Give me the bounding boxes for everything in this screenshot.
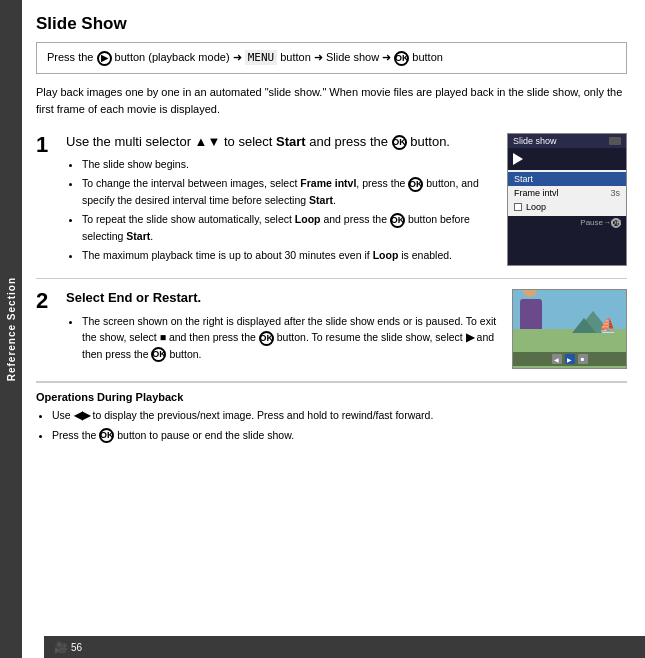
step-2-text: Select End or Restart. The screen shown … — [66, 289, 502, 369]
person-figure — [518, 289, 553, 333]
instr-suffix: button — [412, 51, 443, 63]
step-2-content: Select End or Restart. The screen shown … — [66, 289, 627, 369]
stop-btn-icon: ■ — [578, 354, 588, 364]
person-body — [520, 299, 542, 329]
step-2-bullet-1: The screen shown on the right is display… — [82, 313, 502, 363]
preview-loop-label: Loop — [526, 202, 546, 212]
preview-play-area — [508, 148, 626, 170]
step-1-bullet-1: The slide show begins. — [82, 156, 497, 172]
page-wrapper: Reference Section Slide Show Press the ▶… — [0, 0, 645, 658]
preview-footer: Pause→ OK — [508, 216, 626, 230]
prev-btn-icon: ◀ — [552, 354, 562, 364]
bottom-bar: 🎥 56 — [44, 636, 645, 658]
step-2-inner: Select End or Restart. The screen shown … — [66, 289, 627, 369]
step-1-bullets: The slide show begins. To change the int… — [66, 156, 497, 264]
step-2: 2 Select End or Restart. The screen show… — [36, 289, 627, 369]
ok-circle-icon: OK — [392, 135, 407, 150]
step-divider — [36, 278, 627, 279]
loop-checkbox — [514, 203, 522, 211]
photo-preview: ⛵ ◀ ▶ ■ — [512, 289, 627, 369]
instr-prefix: Press the — [47, 51, 93, 63]
ok-small-3: OK — [259, 331, 274, 346]
ok-small-1: OK — [408, 177, 423, 192]
preview-frame-value: 3s — [610, 188, 620, 198]
page-number: 🎥 56 — [54, 641, 82, 654]
instr-after-menu: button ➜ Slide show ➜ — [280, 51, 394, 63]
camera-icon: 🎥 — [54, 641, 68, 654]
side-tab: Reference Section — [0, 0, 22, 658]
preview-title: Slide show — [513, 136, 557, 146]
ok-small-2: OK — [390, 213, 405, 228]
main-content: Slide Show Press the ▶ button (playback … — [22, 0, 645, 658]
ok-button-icon: OK — [394, 51, 409, 66]
step-2-number: 2 — [36, 289, 58, 369]
menu-button-label: MENU — [245, 50, 278, 65]
ops-bullets: Use ◀▶ to display the previous/next imag… — [36, 407, 627, 443]
preview-loop-row: Loop — [508, 200, 626, 214]
preview-menu: Start Frame intvl 3s Loop — [508, 170, 626, 216]
step-1-content: Use the multi selector ▲▼ to select Star… — [66, 133, 627, 267]
preview-header: Slide show — [508, 134, 626, 148]
instruction-box: Press the ▶ button (playback mode) ➜ MEN… — [36, 42, 627, 74]
page-title: Slide Show — [36, 14, 627, 34]
step-2-bullets: The screen shown on the right is display… — [66, 313, 502, 363]
person-head — [523, 289, 537, 297]
photo-controls: ◀ ▶ ■ — [513, 352, 626, 366]
step-1-header: Use the multi selector ▲▼ to select Star… — [66, 133, 497, 151]
instr-middle: button (playback mode) ➜ — [115, 51, 245, 63]
side-tab-label: Reference Section — [6, 277, 17, 381]
preview-header-icon — [609, 137, 621, 145]
step-2-header: Select End or Restart. — [66, 289, 502, 307]
play-btn-icon: ▶ — [565, 354, 575, 364]
play-triangle-icon — [513, 153, 523, 165]
ops-bullet-1: Use ◀▶ to display the previous/next imag… — [52, 407, 627, 423]
ok-small-5: OK — [99, 428, 114, 443]
ops-title: Operations During Playback — [36, 391, 627, 403]
slide-show-preview: Slide show Start Frame intvl — [507, 133, 627, 267]
ok-small-4: OK — [151, 347, 166, 362]
step-1-bullet-3: To repeat the slide show automatically, … — [82, 211, 497, 244]
play-button-icon: ▶ — [97, 51, 112, 66]
page-num-text: 56 — [71, 642, 82, 653]
preview-start-item: Start — [508, 172, 626, 186]
step-1: 1 Use the multi selector ▲▼ to select St… — [36, 133, 627, 267]
operations-section: Operations During Playback Use ◀▶ to dis… — [36, 381, 627, 443]
step-1-inner: Use the multi selector ▲▼ to select Star… — [66, 133, 627, 267]
mountain2-icon — [572, 318, 596, 333]
intro-text: Play back images one by one in an automa… — [36, 84, 627, 119]
step-1-bullet-4: The maximum playback time is up to about… — [82, 247, 497, 263]
sailboat-icon: ⛵ — [599, 317, 616, 333]
step-1-bullet-2: To change the interval between images, s… — [82, 175, 497, 208]
preview-ok-icon: OK — [611, 218, 621, 228]
preview-frame-intvl-item: Frame intvl 3s — [508, 186, 626, 200]
step-1-number: 1 — [36, 133, 58, 267]
ops-bullet-2: Press the OK button to pause or end the … — [52, 427, 627, 444]
step-1-text: Use the multi selector ▲▼ to select Star… — [66, 133, 497, 267]
preview-frame-label: Frame intvl — [514, 188, 559, 198]
preview-pause-label: Pause→ — [580, 218, 611, 227]
preview-start-label: Start — [514, 174, 533, 184]
